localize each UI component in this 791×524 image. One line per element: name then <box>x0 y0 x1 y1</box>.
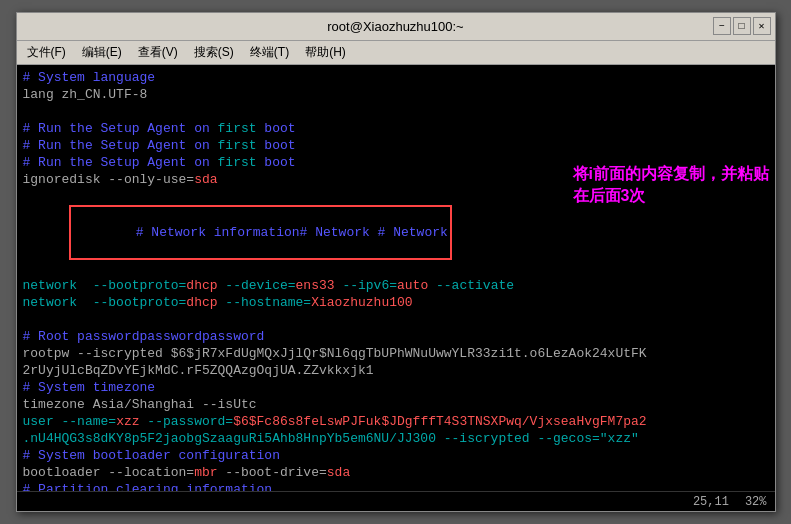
line-20: bootloader --location=mbr --boot-drive=s… <box>23 464 769 481</box>
line-4: # Run the Setup Agent on first boot <box>23 120 769 137</box>
line-15: # System timezone <box>23 379 769 396</box>
line-12: # Root passwordpasswordpassword <box>23 328 769 345</box>
menu-terminal[interactable]: 终端(T) <box>244 42 295 63</box>
titlebar: root@Xiaozhuzhu100:~ − □ ✕ <box>17 13 775 41</box>
cursor-position: 25,11 <box>693 495 729 509</box>
menu-file[interactable]: 文件(F) <box>21 42 72 63</box>
line-13: rootpw --iscrypted $6$jR7xFdUgMQxJjlQr$N… <box>23 345 769 362</box>
line-5: # Run the Setup Agent on first boot <box>23 137 769 154</box>
annotation-text: 将i前面的内容复制，并粘贴在后面3次 <box>573 163 773 208</box>
close-button[interactable]: ✕ <box>753 17 771 35</box>
zoom-level: 32% <box>745 495 767 509</box>
menu-bar: 文件(F) 编辑(E) 查看(V) 搜索(S) 终端(T) 帮助(H) <box>17 41 775 65</box>
menu-search[interactable]: 搜索(S) <box>188 42 240 63</box>
minimize-button[interactable]: − <box>713 17 731 35</box>
menu-edit[interactable]: 编辑(E) <box>76 42 128 63</box>
line-9: network --bootproto=dhcp --device=ens33 … <box>23 277 769 294</box>
line-21: # Partition clearing information <box>23 481 769 491</box>
line-11 <box>23 311 769 328</box>
line-10: network --bootproto=dhcp --hostname=Xiao… <box>23 294 769 311</box>
line-14: 2rUyjUlcBqZDvYEjkMdC.rF5ZQQAzgOqjUA.ZZvk… <box>23 362 769 379</box>
line-16: timezone Asia/Shanghai --isUtc <box>23 396 769 413</box>
status-bar: 25,11 32% <box>17 491 775 511</box>
line-1: # System language <box>23 69 769 86</box>
window-title: root@Xiaozhuzhu100:~ <box>327 19 463 34</box>
menu-help[interactable]: 帮助(H) <box>299 42 352 63</box>
line-17: user --name=xzz --password=$6$Fc86s8feLs… <box>23 413 769 430</box>
maximize-button[interactable]: □ <box>733 17 751 35</box>
line-2: lang zh_CN.UTF-8 <box>23 86 769 103</box>
window-controls: − □ ✕ <box>713 17 771 35</box>
terminal-window: root@Xiaozhuzhu100:~ − □ ✕ 文件(F) 编辑(E) 查… <box>16 12 776 512</box>
line-19: # System bootloader configuration <box>23 447 769 464</box>
line-3 <box>23 103 769 120</box>
menu-view[interactable]: 查看(V) <box>132 42 184 63</box>
line-18: .nU4HQG3s8dKY8p5F2jaobgSzaaguRi5Ahb8HnpY… <box>23 430 769 447</box>
terminal-output[interactable]: # System language lang zh_CN.UTF-8 # Run… <box>17 65 775 491</box>
